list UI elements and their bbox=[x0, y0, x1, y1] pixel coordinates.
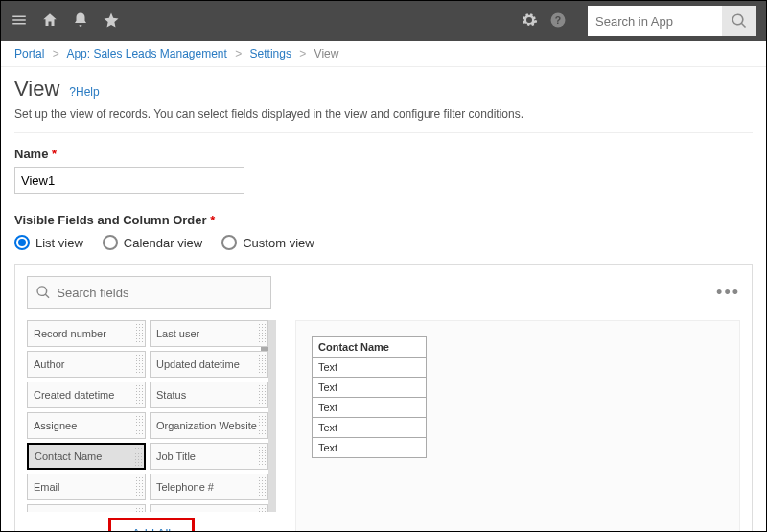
help-link[interactable]: ?Help bbox=[69, 85, 99, 99]
star-icon[interactable] bbox=[103, 12, 120, 32]
menu-icon[interactable] bbox=[11, 12, 28, 32]
field-search[interactable] bbox=[27, 276, 271, 309]
help-icon[interactable]: ? bbox=[549, 12, 567, 32]
preview-panel: Contact Name TextTextTextTextText Clear … bbox=[295, 320, 740, 532]
breadcrumb-app[interactable]: App: Sales Leads Management bbox=[66, 47, 226, 60]
field-item[interactable]: Record number bbox=[27, 320, 146, 347]
page-description: Set up the view of records. You can sele… bbox=[14, 107, 753, 121]
field-item[interactable]: Author bbox=[27, 351, 146, 378]
gear-icon[interactable] bbox=[521, 12, 538, 32]
app-search-button[interactable] bbox=[722, 6, 756, 36]
field-item[interactable]: Last user bbox=[150, 320, 268, 347]
field-item[interactable]: Organization Website bbox=[150, 412, 268, 439]
field-item[interactable]: Assignee bbox=[27, 412, 146, 439]
field-search-input[interactable] bbox=[57, 286, 263, 300]
breadcrumb-settings[interactable]: Settings bbox=[250, 47, 291, 60]
home-icon[interactable] bbox=[41, 12, 58, 32]
radio-calendar-view[interactable]: Calendar view bbox=[103, 235, 202, 250]
field-item[interactable]: SubTable bbox=[150, 504, 268, 512]
add-all-button[interactable]: Add All bbox=[108, 518, 195, 532]
app-search-input[interactable] bbox=[588, 6, 722, 36]
radio-list-view[interactable]: List view bbox=[14, 235, 83, 250]
field-item[interactable]: Updated datetime bbox=[150, 351, 268, 378]
preview-table: Contact Name TextTextTextTextText bbox=[312, 336, 427, 458]
preview-cell: Text bbox=[313, 418, 427, 438]
field-item[interactable]: Contact Name bbox=[27, 443, 146, 470]
breadcrumb-portal[interactable]: Portal bbox=[14, 47, 44, 60]
more-options-icon[interactable]: ••• bbox=[716, 283, 740, 303]
field-item[interactable]: Telephone # bbox=[150, 474, 268, 500]
preview-cell: Text bbox=[313, 358, 427, 378]
breadcrumb-current: View bbox=[314, 47, 339, 60]
breadcrumb: Portal > App: Sales Leads Management > S… bbox=[1, 41, 766, 67]
field-item[interactable]: Email bbox=[27, 474, 146, 500]
svg-text:?: ? bbox=[555, 13, 561, 25]
preview-cell: Text bbox=[313, 438, 427, 458]
preview-header: Contact Name bbox=[313, 337, 427, 358]
field-item[interactable]: Job Title bbox=[150, 443, 268, 470]
field-item[interactable]: Representative bbox=[27, 504, 146, 512]
preview-cell: Text bbox=[313, 378, 427, 398]
preview-cell: Text bbox=[313, 398, 427, 418]
field-item[interactable]: Created datetime bbox=[27, 382, 146, 408]
view-name-input[interactable] bbox=[14, 167, 244, 194]
radio-custom-view[interactable]: Custom view bbox=[221, 235, 314, 250]
visible-fields-label: Visible Fields and Column Order * bbox=[14, 213, 753, 227]
app-search[interactable] bbox=[588, 6, 756, 36]
page-title: View bbox=[14, 77, 59, 102]
bell-icon[interactable] bbox=[72, 12, 89, 32]
name-label: Name * bbox=[14, 147, 753, 161]
field-item[interactable]: Status bbox=[150, 382, 268, 408]
